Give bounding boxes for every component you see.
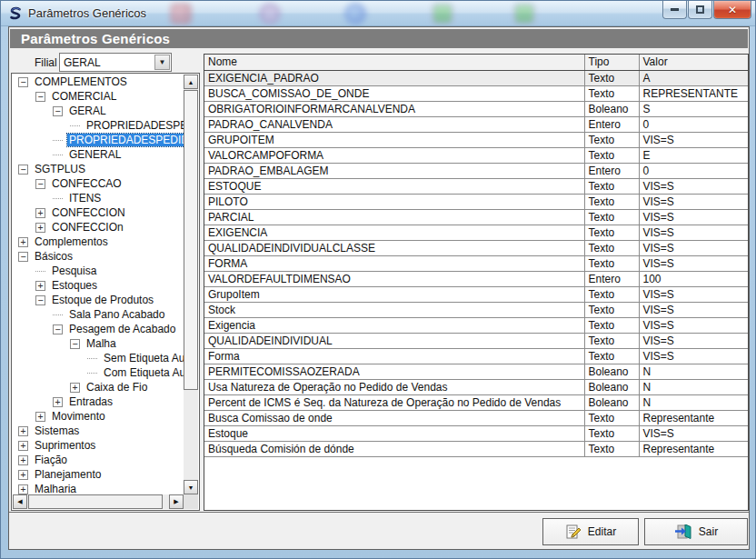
table-cell[interactable]: VIS=S <box>639 225 748 240</box>
column-header-nome[interactable]: Nome <box>204 55 584 70</box>
tree-item-comercial[interactable]: −COMERCIAL <box>13 89 184 104</box>
table-row[interactable]: Busca Comissao de ondeTextoRepresentante <box>204 410 748 425</box>
expand-toggle-icon[interactable]: + <box>18 237 28 247</box>
expand-toggle-icon[interactable]: + <box>70 383 80 393</box>
table-cell[interactable]: Texto <box>584 194 639 209</box>
table-cell[interactable]: PILOTO <box>204 194 584 209</box>
filial-select[interactable]: GERAL ▼ <box>59 53 172 72</box>
table-cell[interactable]: Boleano <box>584 379 639 394</box>
table-row[interactable]: PADRAO_EMBALAGEMEntero0 <box>204 163 748 178</box>
table-cell[interactable]: VIS=S <box>639 333 748 348</box>
table-cell[interactable]: 100 <box>639 271 748 286</box>
table-row[interactable]: EstoqueTextoVIS=S <box>204 425 748 441</box>
table-cell[interactable]: Estoque <box>204 425 584 441</box>
tree-item-confeccion[interactable]: +CONFECCIOn <box>13 220 184 235</box>
collapse-toggle-icon[interactable]: − <box>53 106 63 116</box>
tree-item-complementos[interactable]: +Complementos <box>13 235 184 249</box>
sair-button[interactable]: Sair <box>644 518 748 545</box>
column-header-tipo[interactable]: Tipo <box>584 55 639 70</box>
table-cell[interactable]: VIS=S <box>639 178 748 194</box>
scroll-right-icon[interactable]: ▶ <box>169 494 184 509</box>
table-row[interactable]: BUSCA_COMISSAO_DE_ONDETextoREPRESENTANTE <box>204 85 748 101</box>
table-cell[interactable]: Representante <box>639 441 748 456</box>
table-cell[interactable]: Texto <box>584 240 639 255</box>
minimize-button[interactable] <box>662 1 687 19</box>
table-row[interactable]: Búsqueda Comisión de dóndeTextoRepresent… <box>204 441 748 456</box>
table-row[interactable]: OBRIGATORIOINFORMARCANALVENDABoleanoS <box>204 101 748 116</box>
column-header-valor[interactable]: Valor <box>639 55 748 70</box>
table-cell[interactable]: VIS=S <box>639 255 748 271</box>
table-cell[interactable]: Percent de ICMS é Seq. da Natureza de Op… <box>204 394 584 410</box>
tree-item-caixa-de-fio[interactable]: +Caixa de Fio <box>13 380 184 394</box>
tree-item-planejamento[interactable]: +Planejamento <box>13 467 184 482</box>
table-cell[interactable]: Texto <box>584 147 639 163</box>
tree-item-suprimentos[interactable]: +Suprimentos <box>13 438 184 453</box>
tree-item-fia-o[interactable]: +Fiação <box>13 453 184 467</box>
expand-toggle-icon[interactable]: + <box>18 455 28 465</box>
table-cell[interactable]: Texto <box>584 441 639 456</box>
tree-item-entradas[interactable]: +Entradas <box>13 394 184 409</box>
table-cell[interactable]: Usa Natureza de Operação no Pedido de Ve… <box>204 379 584 394</box>
tree-item-com-etiqueta-auxili[interactable]: Com Etiqueta Auxili <box>13 365 184 380</box>
table-cell[interactable]: REPRESENTANTE <box>639 85 748 101</box>
collapse-toggle-icon[interactable]: − <box>18 77 28 87</box>
collapse-toggle-icon[interactable]: − <box>18 252 28 262</box>
table-cell[interactable]: QUALIDADEINDIVIDUAL <box>204 333 584 348</box>
table-row[interactable]: VALORDEFAULTDIMENSAOEntero100 <box>204 271 748 286</box>
table-cell[interactable]: Texto <box>584 333 639 348</box>
table-cell[interactable]: Stock <box>204 302 584 317</box>
tree-horizontal-scrollbar[interactable]: ◀ ▶ <box>13 494 184 509</box>
scroll-left-icon[interactable]: ◀ <box>13 494 27 509</box>
table-row[interactable]: QUALIDADEINDIVIDUALTextoVIS=S <box>204 333 748 348</box>
table-cell[interactable]: Texto <box>584 70 639 85</box>
table-cell[interactable]: Boleano <box>584 101 639 116</box>
table-row[interactable]: PERMITECOMISSAOZERADABoleanoN <box>204 364 748 379</box>
tree-item-confeccion[interactable]: +CONFECCION <box>13 205 184 220</box>
table-cell[interactable]: PADRAO_CANALVENDA <box>204 116 584 132</box>
table-row[interactable]: StockTextoVIS=S <box>204 302 748 317</box>
expand-toggle-icon[interactable]: + <box>35 281 45 291</box>
editar-button[interactable]: Editar <box>542 518 639 545</box>
table-cell[interactable]: Boleano <box>584 394 639 410</box>
table-cell[interactable]: Texto <box>584 286 639 302</box>
expand-toggle-icon[interactable]: + <box>53 397 63 407</box>
table-cell[interactable]: FORMA <box>204 255 584 271</box>
table-row[interactable]: EXIGENCIATextoVIS=S <box>204 225 748 240</box>
table-cell[interactable]: Entero <box>584 116 639 132</box>
expand-toggle-icon[interactable]: + <box>35 208 45 218</box>
table-cell[interactable]: N <box>639 379 748 394</box>
tree-vertical-scrollbar[interactable]: ▲ ▼ <box>184 75 198 494</box>
table-cell[interactable]: E <box>639 147 748 163</box>
collapse-toggle-icon[interactable]: − <box>35 92 45 102</box>
table-cell[interactable]: A <box>639 70 748 85</box>
tree-item-propriedadespedido[interactable]: PROPRIEDADESPEDIDO <box>13 133 184 147</box>
table-row[interactable]: Percent de ICMS é Seq. da Natureza de Op… <box>204 394 748 410</box>
table-cell[interactable]: VIS=S <box>639 425 748 441</box>
table-row[interactable]: EXIGENCIA_PADRAOTextoA <box>204 70 748 85</box>
table-cell[interactable]: EXIGENCIA <box>204 225 584 240</box>
table-row[interactable]: PILOTOTextoVIS=S <box>204 194 748 209</box>
expand-toggle-icon[interactable]: + <box>18 470 28 480</box>
tree-item-itens[interactable]: ITENS <box>13 191 184 205</box>
table-cell[interactable]: Texto <box>584 317 639 333</box>
table-cell[interactable]: Forma <box>204 348 584 364</box>
table-row[interactable]: GRUPOITEMTextoVIS=S <box>204 132 748 147</box>
tree-item-sem-etiqueta-auxili[interactable]: Sem Etiqueta Auxili <box>13 351 184 365</box>
tree-item-complementos[interactable]: −COMPLEMENTOS <box>13 75 184 89</box>
tree-item-pesquisa[interactable]: Pesquisa <box>13 264 184 278</box>
table-cell[interactable]: EXIGENCIA_PADRAO <box>204 70 584 85</box>
table-cell[interactable]: VIS=S <box>639 302 748 317</box>
table-cell[interactable]: Texto <box>584 255 639 271</box>
tree-item-movimento[interactable]: +Movimento <box>13 409 184 424</box>
table-row[interactable]: QUALIDADEINDIVIDUALCLASSETextoVIS=S <box>204 240 748 255</box>
vertical-scroll-thumb[interactable] <box>184 90 198 390</box>
tree-item-estoques[interactable]: +Estoques <box>13 278 184 293</box>
table-cell[interactable]: VIS=S <box>639 348 748 364</box>
close-button[interactable]: ✕ <box>713 1 751 19</box>
table-cell[interactable]: Texto <box>584 225 639 240</box>
table-cell[interactable]: VIS=S <box>639 317 748 333</box>
table-row[interactable]: ESTOQUETextoVIS=S <box>204 178 748 194</box>
table-cell[interactable]: N <box>639 394 748 410</box>
tree-item-propriedadespedi[interactable]: PROPRIEDADESPEDI <box>13 118 184 133</box>
table-cell[interactable]: Texto <box>584 410 639 425</box>
